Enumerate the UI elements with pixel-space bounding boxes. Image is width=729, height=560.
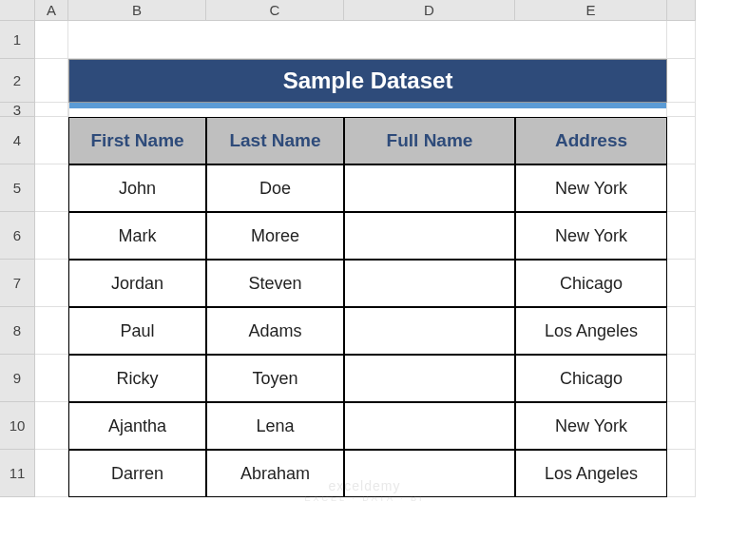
col-header-c[interactable]: C <box>206 0 344 21</box>
cell-f8[interactable] <box>667 307 696 355</box>
col-header-blank <box>667 0 696 21</box>
col-header-d[interactable]: D <box>344 0 515 21</box>
cell-f1[interactable] <box>667 21 696 59</box>
col-header-e[interactable]: E <box>515 0 667 21</box>
row-header-9[interactable]: 9 <box>0 355 35 402</box>
row-header-5[interactable]: 5 <box>0 164 35 212</box>
row-header-3[interactable]: 3 <box>0 103 35 117</box>
title-underline <box>68 103 667 117</box>
cell-f9[interactable] <box>667 355 696 402</box>
table-row[interactable] <box>344 260 515 307</box>
table-row[interactable]: New York <box>515 164 667 212</box>
row-header-4[interactable]: 4 <box>0 117 35 164</box>
row-header-1[interactable]: 1 <box>0 21 35 59</box>
table-row[interactable] <box>344 307 515 355</box>
cell-a7[interactable] <box>35 260 68 307</box>
table-row[interactable] <box>344 212 515 260</box>
row-header-6[interactable]: 6 <box>0 212 35 260</box>
table-row[interactable] <box>344 164 515 212</box>
row-header-11[interactable]: 11 <box>0 450 35 497</box>
table-row[interactable]: Los Angeles <box>515 450 667 497</box>
row-header-8[interactable]: 8 <box>0 307 35 355</box>
row-header-2[interactable]: 2 <box>0 59 35 103</box>
table-row[interactable]: Los Angeles <box>515 307 667 355</box>
cell-f5[interactable] <box>667 164 696 212</box>
table-row[interactable]: Jordan <box>68 260 206 307</box>
cell-f7[interactable] <box>667 260 696 307</box>
col-header-b[interactable]: B <box>68 0 206 21</box>
cell-a2[interactable] <box>35 59 68 103</box>
table-row[interactable]: John <box>68 164 206 212</box>
cell-f4[interactable] <box>667 117 696 164</box>
cell-a6[interactable] <box>35 212 68 260</box>
watermark-sub: EXCEL · DATA · BI <box>305 493 425 503</box>
watermark-main: exceldemy <box>305 478 425 493</box>
table-row[interactable]: New York <box>515 402 667 450</box>
cell-a1[interactable] <box>35 21 68 59</box>
header-last-name[interactable]: Last Name <box>206 117 344 164</box>
col-header-a[interactable]: A <box>35 0 68 21</box>
cell-a10[interactable] <box>35 402 68 450</box>
row-header-7[interactable]: 7 <box>0 260 35 307</box>
table-row[interactable]: Lena <box>206 402 344 450</box>
table-row[interactable]: Mark <box>68 212 206 260</box>
table-row[interactable]: Adams <box>206 307 344 355</box>
table-row[interactable]: Ricky <box>68 355 206 402</box>
header-full-name[interactable]: Full Name <box>344 117 515 164</box>
cell-f11[interactable] <box>667 450 696 497</box>
table-row[interactable]: Chicago <box>515 260 667 307</box>
cell-f6[interactable] <box>667 212 696 260</box>
cell-a4[interactable] <box>35 117 68 164</box>
table-row[interactable]: Paul <box>68 307 206 355</box>
header-address[interactable]: Address <box>515 117 667 164</box>
cell-a11[interactable] <box>35 450 68 497</box>
cell-b1-e1[interactable] <box>68 21 667 59</box>
table-row[interactable]: Moree <box>206 212 344 260</box>
row-header-10[interactable]: 10 <box>0 402 35 450</box>
cell-a9[interactable] <box>35 355 68 402</box>
table-row[interactable]: Toyen <box>206 355 344 402</box>
title-banner[interactable]: Sample Dataset <box>68 59 667 103</box>
cell-a8[interactable] <box>35 307 68 355</box>
cell-a3[interactable] <box>35 103 68 117</box>
table-row[interactable]: Chicago <box>515 355 667 402</box>
spreadsheet-grid: A B C D E 1 2 Sample Dataset 3 4 First N… <box>0 0 729 497</box>
table-row[interactable]: Steven <box>206 260 344 307</box>
cell-f2[interactable] <box>667 59 696 103</box>
cell-a5[interactable] <box>35 164 68 212</box>
table-row[interactable]: Doe <box>206 164 344 212</box>
table-row[interactable]: New York <box>515 212 667 260</box>
table-row[interactable] <box>344 402 515 450</box>
table-row[interactable] <box>344 355 515 402</box>
table-row[interactable]: Ajantha <box>68 402 206 450</box>
cell-f3[interactable] <box>667 103 696 117</box>
table-row[interactable]: Darren <box>68 450 206 497</box>
header-first-name[interactable]: First Name <box>68 117 206 164</box>
watermark: exceldemy EXCEL · DATA · BI <box>305 478 425 503</box>
select-all-corner[interactable] <box>0 0 35 21</box>
cell-f10[interactable] <box>667 402 696 450</box>
